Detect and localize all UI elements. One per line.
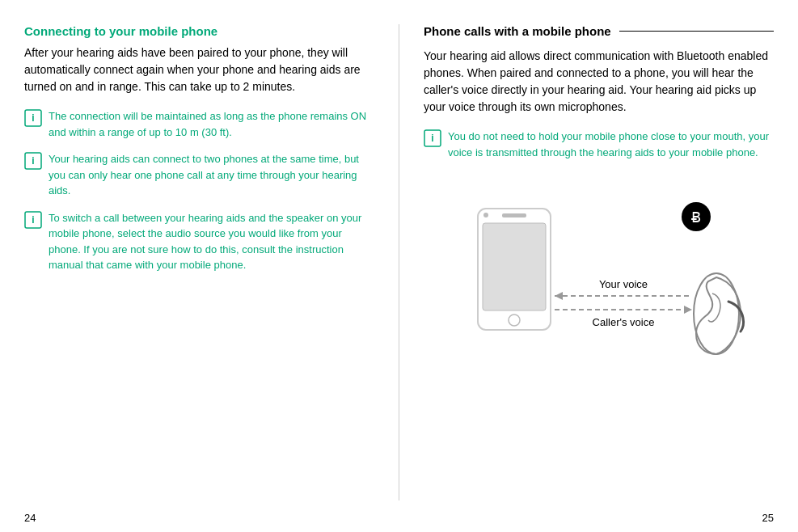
left-body-text: After your hearing aids have been paired… xyxy=(24,44,374,95)
svg-rect-11 xyxy=(502,213,526,217)
right-note-icon: i xyxy=(424,129,441,147)
page-number-left: 24 xyxy=(24,512,36,524)
left-note-1: i The connection will be maintained as l… xyxy=(24,108,374,140)
left-note-3-text: To switch a call between your hearing ai… xyxy=(49,210,374,273)
svg-text:Caller's voice: Caller's voice xyxy=(592,316,654,328)
left-note-2-text: Your hearing aids can connect to two pho… xyxy=(49,151,374,199)
left-note-2: i Your hearing aids can connect to two p… xyxy=(24,151,374,199)
svg-text:i: i xyxy=(32,214,34,226)
right-section-title: Phone calls with a mobile phone xyxy=(424,24,611,38)
right-body-text: Your hearing aid allows direct communica… xyxy=(424,48,774,116)
page-number-right: 25 xyxy=(762,512,774,524)
title-divider-line xyxy=(619,31,774,32)
svg-point-10 xyxy=(509,315,520,326)
svg-point-12 xyxy=(483,213,488,217)
note-icon-1: i xyxy=(24,109,42,127)
svg-text:i: i xyxy=(32,112,34,124)
page-numbers: 24 25 xyxy=(0,509,798,532)
note-icon-3: i xyxy=(24,211,42,229)
diagram-area: Ƀ Your voice xyxy=(424,176,774,403)
right-note: i You do not need to hold your mobile ph… xyxy=(424,129,774,160)
left-note-3: i To switch a call between your hearing … xyxy=(24,210,374,273)
svg-text:i: i xyxy=(431,133,433,144)
svg-text:i: i xyxy=(32,155,34,167)
svg-text:Your voice: Your voice xyxy=(598,278,647,290)
right-section: Phone calls with a mobile phone Your hea… xyxy=(399,24,774,500)
left-note-1-text: The connection will be maintained as lon… xyxy=(49,108,374,140)
note-icon-2: i xyxy=(24,152,42,170)
right-note-text: You do not need to hold your mobile phon… xyxy=(448,129,774,160)
right-title-wrap: Phone calls with a mobile phone xyxy=(424,24,774,38)
svg-marker-19 xyxy=(684,306,692,314)
svg-rect-9 xyxy=(483,223,546,310)
diagram-svg: Ƀ Your voice xyxy=(429,184,769,395)
svg-text:Ƀ: Ƀ xyxy=(691,209,701,226)
left-section-title: Connecting to your mobile phone xyxy=(24,24,374,38)
svg-marker-17 xyxy=(555,292,563,300)
left-section: Connecting to your mobile phone After yo… xyxy=(24,24,399,500)
